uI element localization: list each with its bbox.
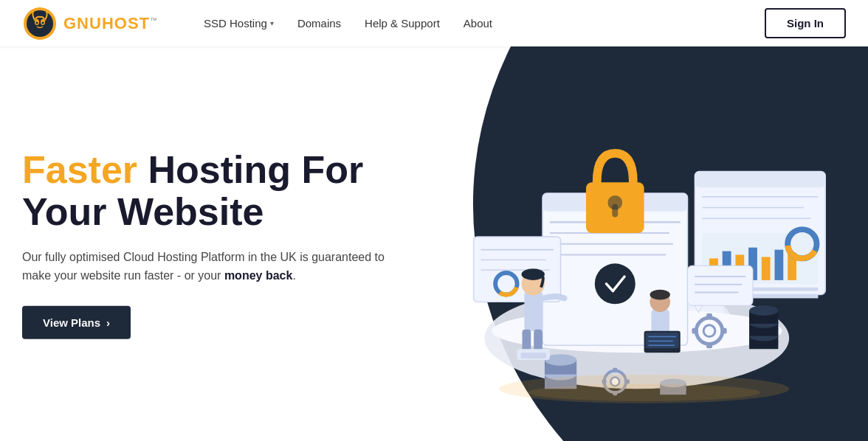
svg-rect-69 xyxy=(522,329,531,350)
svg-rect-100 xyxy=(520,353,545,358)
dropdown-arrow-icon: ▾ xyxy=(270,19,274,27)
svg-rect-48 xyxy=(612,204,618,217)
nav-item-domains[interactable]: Domains xyxy=(287,11,351,35)
svg-rect-49 xyxy=(687,265,752,305)
nav-links: SSD Hosting ▾ Domains Help & Support Abo… xyxy=(193,11,759,35)
svg-point-39 xyxy=(595,263,636,304)
logo-icon xyxy=(22,6,58,41)
svg-point-1 xyxy=(27,10,53,37)
nav-item-help-support[interactable]: Help & Support xyxy=(354,11,450,35)
hero-section: Faster Hosting For Your Website Our full… xyxy=(0,46,868,441)
svg-rect-56 xyxy=(706,313,712,319)
svg-point-68 xyxy=(521,268,544,280)
hero-description: Our fully optimised Cloud Hosting Platfo… xyxy=(22,248,406,285)
logo[interactable]: GNUHOST™ xyxy=(22,6,158,41)
navbar: GNUHOST™ SSD Hosting ▾ Domains Help & Su… xyxy=(0,0,868,46)
svg-rect-58 xyxy=(721,328,727,334)
hero-title: Faster Hosting For Your Website xyxy=(22,148,406,232)
view-plans-button[interactable]: View Plans › xyxy=(22,306,131,339)
nav-item-ssd-hosting[interactable]: SSD Hosting ▾ xyxy=(193,11,284,35)
logo-text: GNUHOST™ xyxy=(63,14,158,33)
svg-rect-17 xyxy=(695,171,825,187)
hero-content: Faster Hosting For Your Website Our full… xyxy=(22,148,406,339)
money-back-text: money back xyxy=(224,269,292,282)
svg-rect-66 xyxy=(524,291,542,330)
svg-point-73 xyxy=(650,289,670,299)
svg-point-98 xyxy=(528,383,760,401)
svg-rect-59 xyxy=(692,328,698,334)
svg-point-5 xyxy=(42,21,44,24)
svg-point-93 xyxy=(749,305,778,316)
svg-point-4 xyxy=(36,21,38,24)
svg-point-55 xyxy=(703,325,715,337)
svg-rect-62 xyxy=(613,368,617,372)
illustration-svg xyxy=(332,66,840,422)
nav-item-about[interactable]: About xyxy=(453,11,503,35)
sign-in-button[interactable]: Sign In xyxy=(765,8,846,38)
svg-rect-57 xyxy=(706,342,712,348)
svg-rect-27 xyxy=(774,249,783,279)
svg-rect-40 xyxy=(473,237,560,302)
svg-rect-26 xyxy=(762,257,771,279)
svg-rect-70 xyxy=(534,329,542,350)
